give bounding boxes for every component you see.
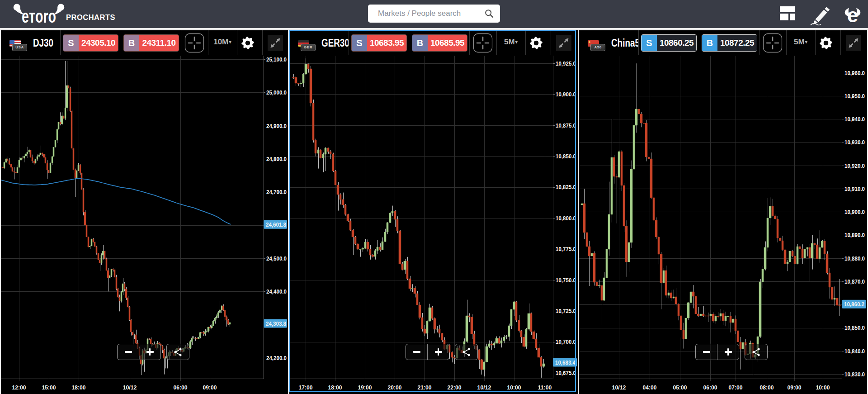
svg-text:10:00: 10:00 xyxy=(816,384,830,391)
svg-text:25,000.0: 25,000.0 xyxy=(266,89,287,96)
svg-text:24,500.0: 24,500.0 xyxy=(266,255,287,262)
svg-text:10,930.0: 10,930.0 xyxy=(844,139,865,146)
svg-text:06:00: 06:00 xyxy=(703,384,717,391)
svg-text:10,840.0: 10,840.0 xyxy=(844,348,865,355)
svg-text:24,601.8: 24,601.8 xyxy=(266,221,286,228)
svg-text:18:00: 18:00 xyxy=(72,384,86,391)
svg-text:09:00: 09:00 xyxy=(788,384,802,391)
svg-text:10,830.0: 10,830.0 xyxy=(844,371,865,378)
svg-text:24,800.0: 24,800.0 xyxy=(266,156,287,162)
svg-text:07:00: 07:00 xyxy=(729,384,743,391)
svg-text:10,910.0: 10,910.0 xyxy=(844,185,865,192)
svg-text:06:00: 06:00 xyxy=(174,384,188,391)
svg-text:10,850.0: 10,850.0 xyxy=(844,324,865,331)
svg-text:10,900.0: 10,900.0 xyxy=(844,209,865,215)
svg-text:15:00: 15:00 xyxy=(42,384,56,391)
svg-text:24,400.0: 24,400.0 xyxy=(266,288,287,295)
svg-text:24,700.0: 24,700.0 xyxy=(266,189,287,195)
svg-text:10/12: 10/12 xyxy=(612,384,626,391)
svg-text:05:00: 05:00 xyxy=(673,384,687,391)
svg-text:24,900.0: 24,900.0 xyxy=(266,123,287,129)
svg-text:10,950.0: 10,950.0 xyxy=(844,93,865,100)
svg-text:e: e xyxy=(847,7,858,25)
svg-text:eтoro: eтoro xyxy=(22,6,56,24)
svg-text:10,890.0: 10,890.0 xyxy=(844,232,865,238)
svg-text:25,100.0: 25,100.0 xyxy=(266,56,287,63)
svg-text:08:00: 08:00 xyxy=(760,384,774,391)
svg-text:24,200.0: 24,200.0 xyxy=(266,355,287,361)
svg-text:12:00: 12:00 xyxy=(12,384,26,391)
svg-text:10/12: 10/12 xyxy=(123,384,137,391)
svg-text:24,303.8: 24,303.8 xyxy=(266,320,286,327)
svg-text:10,880.0: 10,880.0 xyxy=(844,255,865,262)
svg-text:10,960.0: 10,960.0 xyxy=(844,70,865,76)
svg-text:09:00: 09:00 xyxy=(203,384,217,391)
svg-text:10,920.0: 10,920.0 xyxy=(844,162,865,169)
svg-text:10,870.0: 10,870.0 xyxy=(844,278,865,285)
svg-text:10,940.0: 10,940.0 xyxy=(844,116,865,123)
svg-text:10,860.2: 10,860.2 xyxy=(844,301,864,308)
svg-text:04:00: 04:00 xyxy=(643,384,657,391)
